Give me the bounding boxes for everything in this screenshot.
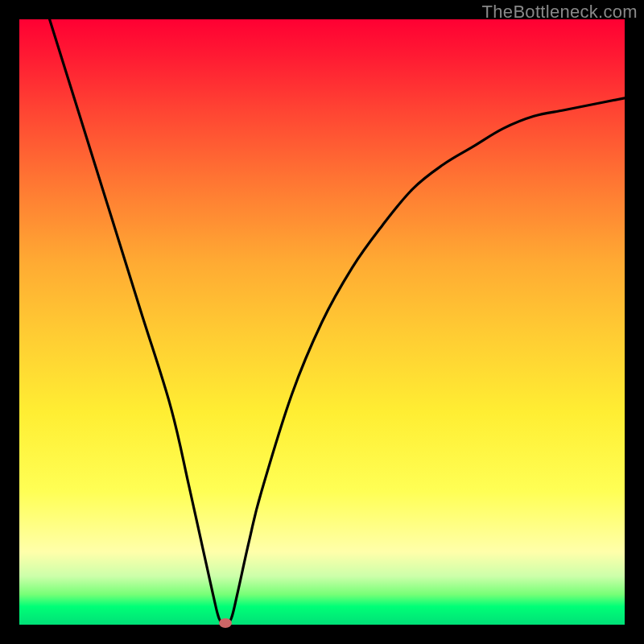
curve-layer	[19, 19, 625, 625]
bottleneck-curve	[50, 19, 625, 625]
chart-frame	[19, 19, 625, 625]
plot-area	[19, 19, 625, 625]
optimum-marker	[219, 618, 232, 628]
